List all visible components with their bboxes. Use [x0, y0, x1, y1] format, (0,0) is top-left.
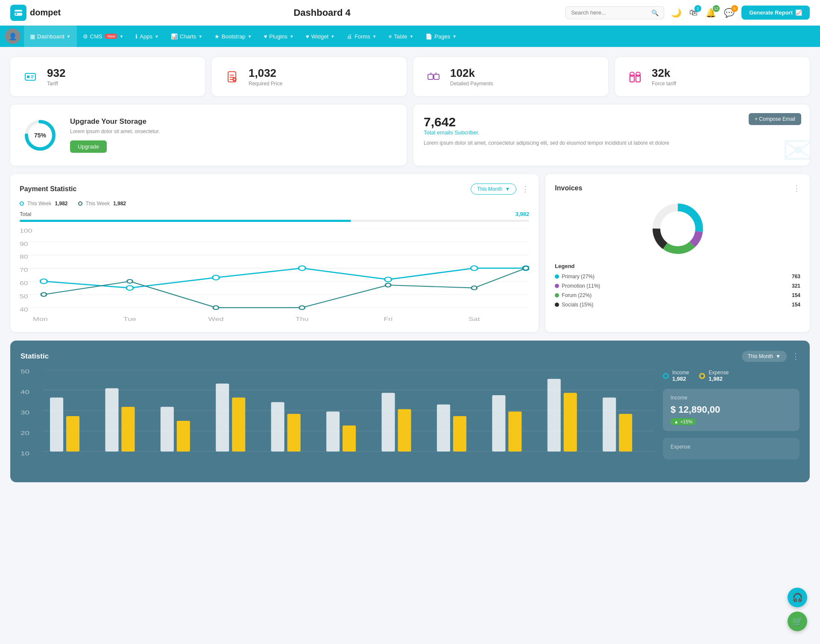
nav-cms[interactable]: ⚙ CMS New ▼ — [77, 26, 130, 47]
svg-rect-75 — [105, 388, 118, 452]
more-options-icon[interactable]: ⋮ — [521, 184, 529, 194]
expense-label: Expense — [709, 370, 729, 376]
nav-label-pages: Pages — [434, 33, 450, 40]
statistic-more-icon[interactable]: ⋮ — [792, 352, 800, 361]
nav-label-cms: CMS — [90, 33, 102, 40]
generate-report-button[interactable]: Generate Report 📈 — [741, 6, 810, 20]
inv-val-promotion: 321 — [792, 283, 800, 289]
legend-val-1: 1,982 — [55, 201, 67, 207]
total-value: 3,982 — [515, 211, 530, 217]
svg-text:Mon: Mon — [33, 316, 47, 322]
svg-rect-78 — [177, 421, 190, 452]
income-amount: $ 12,890,00 — [671, 404, 792, 415]
svg-text:100: 100 — [20, 229, 32, 233]
nav-charts[interactable]: 📊 Charts ▼ — [165, 26, 208, 47]
income-info: Income 1,982 — [672, 370, 689, 382]
inv-dot-promotion — [555, 284, 559, 288]
income-value: 1,982 — [672, 376, 689, 382]
chevron-down-icon-month: ▼ — [505, 186, 510, 192]
svg-rect-92 — [564, 393, 577, 452]
svg-rect-74 — [66, 416, 79, 452]
inv-val-socials: 154 — [792, 302, 800, 308]
svg-rect-93 — [603, 397, 616, 452]
required-price-icon — [222, 67, 242, 87]
nav-pages[interactable]: 📄 Pages ▼ — [419, 26, 463, 47]
nav-table[interactable]: ≡ Table ▼ — [383, 26, 420, 47]
chart-icon: 📈 — [795, 9, 802, 16]
pages-icon: 📄 — [425, 33, 432, 40]
statistic-right: Income 1,982 Expense 1,982 Income $ — [663, 370, 800, 472]
inv-val-forum: 154 — [792, 292, 800, 298]
email-subtitle: Total emails Subcriber. — [424, 129, 800, 136]
chevron-down-icon-plugins: ▼ — [290, 34, 294, 39]
svg-text:60: 60 — [20, 280, 28, 286]
svg-point-43 — [471, 266, 477, 271]
mid-row: 75% Upgrade Your Storage Lorem ipsum dol… — [10, 105, 810, 166]
legend-label-1: This Week — [27, 201, 51, 207]
compose-email-button[interactable]: + Compose Email — [749, 113, 801, 125]
svg-rect-3 — [25, 73, 35, 80]
nav-plugins[interactable]: ♥ Plugins ▼ — [258, 26, 300, 47]
widget-icon: ♥ — [306, 33, 309, 40]
invoices-more-icon[interactable]: ⋮ — [793, 184, 800, 193]
stat-card-info-price: 1,032 Required Price — [249, 67, 282, 87]
svg-text:50: 50 — [20, 294, 28, 300]
cart-icon[interactable]: 🛍 2 — [689, 8, 698, 17]
upgrade-button[interactable]: Upgrade — [70, 140, 107, 153]
inv-val-primary: 763 — [792, 274, 800, 280]
moon-icon[interactable]: 🌙 — [671, 8, 682, 18]
statistic-header: Statistic This Month ▼ ⋮ — [20, 351, 800, 362]
svg-point-47 — [213, 306, 219, 309]
progress-bar — [20, 220, 529, 222]
search-input[interactable] — [571, 9, 648, 16]
statistic-section: Statistic This Month ▼ ⋮ — [10, 341, 810, 482]
chart-total-row: Total 3,982 — [20, 211, 529, 217]
stat-card-info: 932 Tariff — [47, 67, 65, 87]
navbar: 👤 ▦ Dashboard ▼ ⚙ CMS New ▼ ℹ Apps ▼ 📊 C… — [0, 26, 820, 47]
nav-forms[interactable]: 🖨 Forms ▼ — [341, 26, 383, 47]
svg-rect-85 — [382, 393, 395, 452]
chevron-down-icon-table: ▼ — [409, 34, 413, 39]
inv-label-primary: Primary (27%) — [562, 274, 792, 280]
nav-label-table: Table — [394, 33, 407, 40]
charts-row: Payment Statistic This Month ▼ ⋮ This We… — [10, 174, 810, 332]
inv-row-primary: Primary (27%) 763 — [555, 274, 800, 280]
nav-bootstrap[interactable]: ★ Bootstrap ▼ — [208, 26, 258, 47]
invoices-card: Invoices ⋮ Legend — [545, 174, 810, 332]
chevron-down-icon: ▼ — [67, 34, 71, 39]
svg-text:90: 90 — [20, 241, 28, 247]
stat-card-tariff: 932 Tariff — [10, 57, 205, 96]
cms-icon: ⚙ — [83, 33, 88, 40]
svg-text:50: 50 — [20, 370, 29, 374]
stat-value-payments: 102k — [450, 67, 493, 80]
nav-apps[interactable]: ℹ Apps ▼ — [129, 26, 165, 47]
progress-fill — [20, 220, 351, 222]
chat-icon[interactable]: 💬 5 — [724, 8, 735, 18]
nav-label-apps: Apps — [140, 33, 152, 40]
svg-text:Fri: Fri — [384, 316, 392, 322]
svg-point-39 — [126, 286, 133, 290]
bell-icon[interactable]: 🔔 12 — [706, 8, 716, 18]
forms-icon: 🖨 — [347, 33, 352, 40]
new-badge: New — [105, 34, 117, 39]
nav-dashboard[interactable]: ▦ Dashboard ▼ — [24, 26, 77, 47]
legend-dot-teal — [20, 201, 24, 206]
svg-text:Wed: Wed — [208, 316, 224, 322]
search-icon[interactable]: 🔍 — [651, 9, 659, 16]
statistic-month-button[interactable]: This Month ▼ — [742, 351, 787, 362]
svg-rect-91 — [548, 379, 561, 452]
search-bar: 🔍 — [565, 6, 664, 19]
expense-panel-title: Expense — [671, 444, 792, 450]
legend-item-2: This Week 1,982 — [78, 201, 126, 207]
nav-widget[interactable]: ♥ Widget ▼ — [300, 26, 341, 47]
chart-legend: This Week 1,982 This Week 1,982 — [20, 201, 529, 207]
payments-icon — [424, 67, 443, 87]
nav-label-forms: Forms — [354, 33, 370, 40]
expense-panel: Expense — [663, 438, 800, 459]
svg-point-49 — [385, 283, 391, 287]
this-month-button[interactable]: This Month ▼ — [471, 184, 516, 195]
legend-title: Legend — [555, 263, 800, 269]
page-title: Dashboard 4 — [85, 7, 559, 18]
svg-point-41 — [299, 266, 305, 271]
income-label: Income — [672, 370, 689, 376]
